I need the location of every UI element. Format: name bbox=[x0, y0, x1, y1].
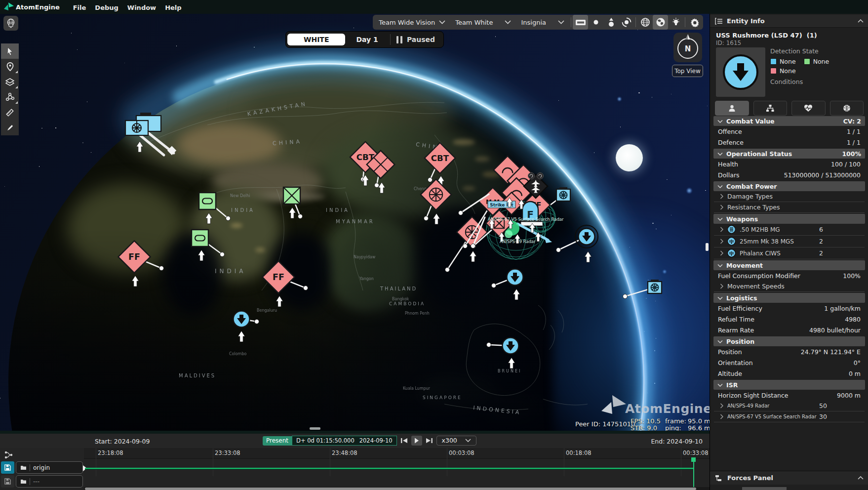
speed-select[interactable]: x300 bbox=[436, 436, 476, 446]
panel-resize-handle[interactable] bbox=[706, 243, 709, 251]
expandable-row-damage-types[interactable]: Damage Types bbox=[714, 191, 865, 202]
expandable-row-resistance-types[interactable]: Resistance Types bbox=[714, 202, 865, 213]
hierarchy-tab[interactable] bbox=[753, 101, 788, 116]
time-control-group: WHITE Day 1 Paused bbox=[285, 31, 444, 48]
map-viewport[interactable]: KAZAKHSTANCHINACHINAINDIAINDIAMYANMARIND… bbox=[0, 14, 710, 431]
weapon-row[interactable]: Phalanx CIWS2 bbox=[714, 247, 865, 259]
draw-tool[interactable] bbox=[1, 120, 19, 135]
save-track-button[interactable] bbox=[1, 475, 14, 488]
unit-marker[interactable] bbox=[283, 187, 303, 219]
expandable-row[interactable]: AN/SPS-49 Radar50 bbox=[714, 401, 865, 411]
save-track-button[interactable] bbox=[1, 461, 14, 474]
section-header-combat-value[interactable]: Combat ValueCV: 2 bbox=[713, 116, 865, 126]
track-name-field[interactable]: origin bbox=[16, 461, 83, 474]
play-button[interactable] bbox=[411, 436, 422, 446]
stat-row: Dollars513000000 / 513000000 bbox=[713, 169, 865, 180]
present-badge[interactable]: Present bbox=[263, 436, 292, 446]
unit-marker[interactable]: FF bbox=[118, 241, 163, 286]
section-header-weapons[interactable]: Weapons bbox=[713, 214, 865, 224]
unit-marker[interactable] bbox=[556, 225, 598, 262]
timeline-tick: 23:33:08 bbox=[215, 449, 240, 456]
day-button[interactable]: Day 1 bbox=[345, 34, 389, 45]
dropdown-team-white[interactable]: Team White bbox=[450, 15, 516, 30]
section-header-combat-power[interactable]: Combat Power bbox=[713, 181, 865, 191]
weapon-row[interactable]: .50 M2HB MG6 bbox=[714, 224, 865, 236]
track-name-field[interactable]: --- bbox=[16, 475, 83, 488]
entity-name: USS Rushmore (LSD 47) (1) bbox=[716, 32, 817, 39]
menu-window[interactable]: Window bbox=[127, 4, 156, 11]
conditions-label: Conditions bbox=[770, 78, 803, 85]
unit-marker[interactable] bbox=[487, 338, 519, 369]
insignia-rect-icon[interactable] bbox=[573, 15, 588, 30]
scrollbar-thumb[interactable] bbox=[85, 488, 696, 490]
timeline-start: Start: 2024-09-09 bbox=[95, 438, 150, 445]
section-header-logistics[interactable]: Logistics bbox=[713, 293, 865, 303]
pin-tool[interactable] bbox=[1, 59, 19, 74]
stat-row: Horizon Sight Distance9000 m bbox=[713, 390, 865, 401]
stat-row: Position24.79° N 121.94° E bbox=[713, 346, 865, 357]
menu-debug[interactable]: Debug bbox=[95, 4, 118, 11]
expandable-row-movement-speeds[interactable]: Movement Speeds bbox=[714, 281, 865, 292]
timeline-scrollbar[interactable] bbox=[84, 487, 710, 490]
behavior-tab[interactable] bbox=[830, 101, 864, 116]
team-white-button[interactable]: WHITE bbox=[287, 34, 345, 45]
weapon-row[interactable]: 25mm Mk 38 MGS2 bbox=[714, 236, 865, 247]
entity-info-header[interactable]: Entity Info bbox=[710, 15, 868, 28]
menu-file[interactable]: File bbox=[73, 4, 86, 11]
ruler-tool[interactable] bbox=[1, 105, 19, 120]
menu-help[interactable]: Help bbox=[165, 4, 181, 11]
unit-marker[interactable] bbox=[125, 113, 176, 155]
unit-marker[interactable] bbox=[623, 280, 662, 299]
layers-tool[interactable] bbox=[1, 74, 19, 89]
stat-row: Rearm Rate4980 bullet/hour bbox=[713, 325, 865, 335]
unit-marker[interactable] bbox=[199, 193, 231, 224]
timeline-tick: 23:48:08 bbox=[332, 449, 357, 456]
target-ring-icon[interactable] bbox=[619, 15, 634, 30]
globe-wire-icon[interactable] bbox=[637, 15, 653, 30]
select-tool[interactable] bbox=[1, 43, 19, 59]
dropdown-insignia[interactable]: Insignia bbox=[516, 15, 569, 30]
compass[interactable]: N bbox=[673, 33, 702, 62]
step-back-button[interactable] bbox=[400, 438, 408, 444]
globe-earth-icon[interactable] bbox=[653, 15, 668, 30]
unit-marker[interactable] bbox=[192, 230, 225, 261]
entity-thumbnail[interactable] bbox=[716, 47, 765, 97]
polygon-tool[interactable] bbox=[1, 89, 19, 105]
unit-marker[interactable] bbox=[234, 311, 259, 342]
step-forward-button[interactable] bbox=[426, 438, 433, 444]
radar-label: AN/SPS-67 V5 Surface Search Radar bbox=[488, 217, 564, 222]
svg-text:FF: FF bbox=[273, 272, 284, 282]
lightbulb-icon[interactable] bbox=[668, 15, 683, 30]
map-tool-strip bbox=[1, 43, 19, 135]
top-view-button[interactable]: Top View bbox=[672, 65, 703, 77]
section-header-position[interactable]: Position bbox=[713, 336, 865, 346]
unit-marker[interactable]: FF bbox=[262, 261, 308, 307]
expandable-row[interactable]: AN/SPS-67 V5 Surface Search Radar30 bbox=[714, 411, 865, 422]
timeline-ruler[interactable]: 23:18:0823:33:0823:48:0800:03:0800:18:08… bbox=[0, 448, 710, 459]
forces-panel-header[interactable]: Forces Panel bbox=[710, 471, 868, 485]
section-header-isr[interactable]: ISR bbox=[713, 380, 865, 390]
recorded-track[interactable] bbox=[85, 468, 693, 469]
track-row: origin bbox=[1, 461, 83, 474]
forces-panel-partial-control bbox=[742, 487, 787, 490]
tick-gridline bbox=[330, 448, 330, 476]
tick-gridline bbox=[213, 448, 213, 476]
gear-icon[interactable] bbox=[687, 15, 702, 30]
branch-icon[interactable] bbox=[4, 450, 14, 459]
timeline-resize-grip[interactable] bbox=[310, 427, 320, 430]
insignia-dot-arrow-icon[interactable] bbox=[603, 15, 619, 30]
unit-marker[interactable] bbox=[421, 179, 451, 224]
timeline-tick: 00:03:08 bbox=[449, 449, 474, 456]
health-tab[interactable] bbox=[791, 101, 826, 116]
entity-tab[interactable] bbox=[715, 101, 749, 116]
tick-gridline bbox=[447, 448, 447, 476]
insignia-dot-icon[interactable] bbox=[588, 15, 603, 30]
section-header-movement[interactable]: Movement bbox=[713, 260, 865, 270]
dropdown-team-wide-vision[interactable]: Team Wide Vision bbox=[374, 15, 450, 30]
section-header-operational-status[interactable]: Operational Status100% bbox=[713, 149, 865, 159]
entity-info-panel: Entity Info USS Rushmore (LSD 47) (1) ID… bbox=[710, 14, 868, 490]
unit-marker[interactable]: CBT bbox=[425, 143, 455, 187]
pause-state[interactable]: Paused bbox=[392, 36, 442, 43]
globe-view-button[interactable] bbox=[3, 16, 18, 31]
unit-marker[interactable] bbox=[492, 269, 523, 300]
